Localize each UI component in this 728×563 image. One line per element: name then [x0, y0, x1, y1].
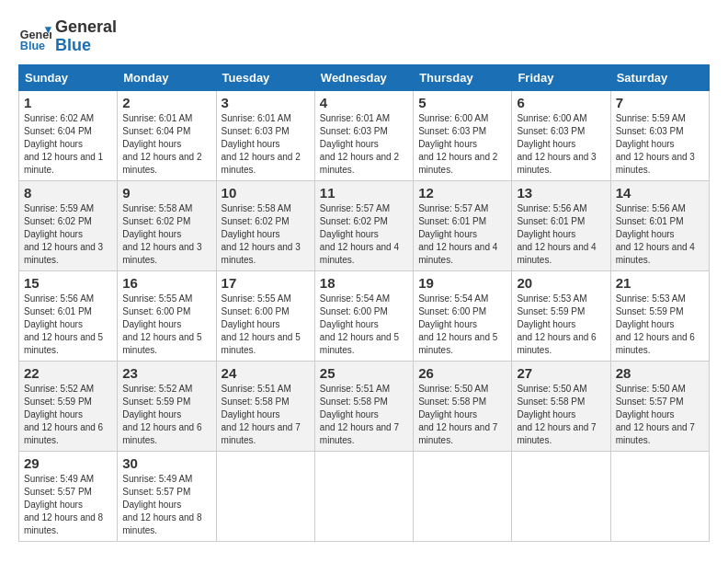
- calendar-cell: 10Sunrise: 5:58 AMSunset: 6:02 PMDayligh…: [216, 180, 314, 270]
- day-number: 17: [222, 275, 310, 291]
- day-info: Sunrise: 5:50 AMSunset: 5:57 PMDaylight …: [616, 383, 704, 447]
- day-info: Sunrise: 6:01 AMSunset: 6:03 PMDaylight …: [320, 112, 408, 177]
- calendar-cell: 26Sunrise: 5:50 AMSunset: 5:58 PMDayligh…: [414, 361, 512, 451]
- calendar-cell: 11Sunrise: 5:57 AMSunset: 6:02 PMDayligh…: [314, 180, 413, 270]
- day-info: Sunrise: 5:53 AMSunset: 5:59 PMDaylight …: [517, 293, 605, 357]
- day-info: Sunrise: 5:56 AMSunset: 6:01 PMDaylight …: [24, 293, 112, 357]
- day-number: 18: [320, 275, 408, 291]
- calendar-cell: 23Sunrise: 5:52 AMSunset: 5:59 PMDayligh…: [118, 361, 216, 451]
- day-info: Sunrise: 6:00 AMSunset: 6:03 PMDaylight …: [517, 112, 605, 177]
- day-number: 20: [517, 275, 605, 291]
- day-info: Sunrise: 6:01 AMSunset: 6:03 PMDaylight …: [222, 112, 310, 177]
- day-info: Sunrise: 5:53 AMSunset: 5:59 PMDaylight …: [616, 293, 704, 357]
- day-number: 7: [616, 95, 704, 110]
- day-number: 15: [24, 275, 112, 291]
- day-number: 13: [517, 185, 605, 201]
- calendar-week-4: 22Sunrise: 5:52 AMSunset: 5:59 PMDayligh…: [19, 361, 710, 451]
- day-number: 22: [24, 365, 112, 381]
- day-info: Sunrise: 5:49 AMSunset: 5:57 PMDaylight …: [24, 473, 112, 537]
- day-number: 12: [418, 185, 506, 201]
- day-info: Sunrise: 6:01 AMSunset: 6:04 PMDaylight …: [122, 112, 210, 177]
- calendar-cell: 15Sunrise: 5:56 AMSunset: 6:01 PMDayligh…: [19, 270, 118, 361]
- day-number: 27: [517, 365, 605, 381]
- day-number: 8: [24, 185, 112, 201]
- calendar-cell: [610, 451, 709, 541]
- day-info: Sunrise: 6:02 AMSunset: 6:04 PMDaylight …: [24, 112, 112, 177]
- calendar-week-3: 15Sunrise: 5:56 AMSunset: 6:01 PMDayligh…: [19, 270, 710, 361]
- calendar-cell: [314, 451, 413, 541]
- calendar-cell: [216, 451, 314, 541]
- calendar-cell: 8Sunrise: 5:59 AMSunset: 6:02 PMDaylight…: [19, 180, 118, 270]
- calendar-cell: [414, 451, 512, 541]
- calendar-cell: 13Sunrise: 5:56 AMSunset: 6:01 PMDayligh…: [512, 180, 610, 270]
- calendar-cell: 7Sunrise: 5:59 AMSunset: 6:03 PMDaylight…: [610, 90, 709, 180]
- day-number: 16: [122, 275, 210, 291]
- day-info: Sunrise: 5:50 AMSunset: 5:58 PMDaylight …: [517, 383, 605, 447]
- day-number: 25: [320, 365, 408, 381]
- day-number: 1: [24, 95, 112, 110]
- day-info: Sunrise: 5:54 AMSunset: 6:00 PMDaylight …: [320, 293, 408, 357]
- day-number: 19: [418, 275, 506, 291]
- calendar-cell: 1Sunrise: 6:02 AMSunset: 6:04 PMDaylight…: [19, 90, 118, 180]
- day-number: 29: [24, 455, 112, 471]
- calendar-cell: 2Sunrise: 6:01 AMSunset: 6:04 PMDaylight…: [118, 90, 216, 180]
- day-info: Sunrise: 5:55 AMSunset: 6:00 PMDaylight …: [222, 293, 310, 357]
- day-info: Sunrise: 5:57 AMSunset: 6:02 PMDaylight …: [320, 202, 408, 267]
- day-info: Sunrise: 5:59 AMSunset: 6:03 PMDaylight …: [616, 112, 704, 177]
- calendar-cell: 27Sunrise: 5:50 AMSunset: 5:58 PMDayligh…: [512, 361, 610, 451]
- calendar-cell: 16Sunrise: 5:55 AMSunset: 6:00 PMDayligh…: [118, 270, 216, 361]
- day-info: Sunrise: 5:59 AMSunset: 6:02 PMDaylight …: [24, 202, 112, 267]
- svg-text:Blue: Blue: [20, 40, 45, 52]
- day-number: 28: [616, 365, 704, 381]
- calendar-cell: 6Sunrise: 6:00 AMSunset: 6:03 PMDaylight…: [512, 90, 610, 180]
- day-number: 26: [418, 365, 506, 381]
- day-info: Sunrise: 5:58 AMSunset: 6:02 PMDaylight …: [222, 202, 310, 267]
- calendar-cell: 9Sunrise: 5:58 AMSunset: 6:02 PMDaylight…: [118, 180, 216, 270]
- calendar-week-5: 29Sunrise: 5:49 AMSunset: 5:57 PMDayligh…: [19, 451, 710, 541]
- day-info: Sunrise: 5:55 AMSunset: 6:00 PMDaylight …: [122, 293, 210, 357]
- page-header: General Blue General Blue: [18, 18, 710, 55]
- day-number: 14: [616, 185, 704, 201]
- calendar-cell: 29Sunrise: 5:49 AMSunset: 5:57 PMDayligh…: [19, 451, 118, 541]
- day-info: Sunrise: 5:50 AMSunset: 5:58 PMDaylight …: [418, 383, 506, 447]
- day-info: Sunrise: 5:56 AMSunset: 6:01 PMDaylight …: [517, 202, 605, 267]
- calendar-cell: 18Sunrise: 5:54 AMSunset: 6:00 PMDayligh…: [314, 270, 413, 361]
- calendar-table: SundayMondayTuesdayWednesdayThursdayFrid…: [18, 64, 710, 542]
- weekday-header-sunday: Sunday: [19, 64, 118, 90]
- day-number: 11: [320, 185, 408, 201]
- day-info: Sunrise: 5:51 AMSunset: 5:58 PMDaylight …: [222, 383, 310, 447]
- day-info: Sunrise: 5:58 AMSunset: 6:02 PMDaylight …: [122, 202, 210, 267]
- day-info: Sunrise: 5:54 AMSunset: 6:00 PMDaylight …: [418, 293, 506, 357]
- day-number: 6: [517, 95, 605, 110]
- calendar-week-2: 8Sunrise: 5:59 AMSunset: 6:02 PMDaylight…: [19, 180, 710, 270]
- calendar-cell: 17Sunrise: 5:55 AMSunset: 6:00 PMDayligh…: [216, 270, 314, 361]
- calendar-week-1: 1Sunrise: 6:02 AMSunset: 6:04 PMDaylight…: [19, 90, 710, 180]
- calendar-cell: 4Sunrise: 6:01 AMSunset: 6:03 PMDaylight…: [314, 90, 413, 180]
- day-info: Sunrise: 5:49 AMSunset: 5:57 PMDaylight …: [122, 473, 210, 537]
- calendar-cell: 12Sunrise: 5:57 AMSunset: 6:01 PMDayligh…: [414, 180, 512, 270]
- day-info: Sunrise: 5:56 AMSunset: 6:01 PMDaylight …: [616, 202, 704, 267]
- calendar-cell: 24Sunrise: 5:51 AMSunset: 5:58 PMDayligh…: [216, 361, 314, 451]
- weekday-header-saturday: Saturday: [610, 64, 709, 90]
- weekday-header-monday: Monday: [118, 64, 216, 90]
- calendar-cell: [512, 451, 610, 541]
- day-info: Sunrise: 5:52 AMSunset: 5:59 PMDaylight …: [122, 383, 210, 447]
- calendar-cell: 25Sunrise: 5:51 AMSunset: 5:58 PMDayligh…: [314, 361, 413, 451]
- calendar-cell: 19Sunrise: 5:54 AMSunset: 6:00 PMDayligh…: [414, 270, 512, 361]
- weekday-header-thursday: Thursday: [414, 64, 512, 90]
- calendar-cell: 22Sunrise: 5:52 AMSunset: 5:59 PMDayligh…: [19, 361, 118, 451]
- calendar-cell: 3Sunrise: 6:01 AMSunset: 6:03 PMDaylight…: [216, 90, 314, 180]
- day-number: 10: [222, 185, 310, 201]
- calendar-cell: 5Sunrise: 6:00 AMSunset: 6:03 PMDaylight…: [414, 90, 512, 180]
- calendar-cell: 30Sunrise: 5:49 AMSunset: 5:57 PMDayligh…: [118, 451, 216, 541]
- day-number: 23: [122, 365, 210, 381]
- weekday-header-friday: Friday: [512, 64, 610, 90]
- day-number: 2: [122, 95, 210, 110]
- day-number: 4: [320, 95, 408, 110]
- logo: General Blue General Blue: [18, 18, 117, 55]
- day-number: 3: [222, 95, 310, 110]
- day-info: Sunrise: 5:52 AMSunset: 5:59 PMDaylight …: [24, 383, 112, 447]
- weekday-header-row: SundayMondayTuesdayWednesdayThursdayFrid…: [19, 64, 710, 90]
- day-number: 21: [616, 275, 704, 291]
- weekday-header-wednesday: Wednesday: [314, 64, 413, 90]
